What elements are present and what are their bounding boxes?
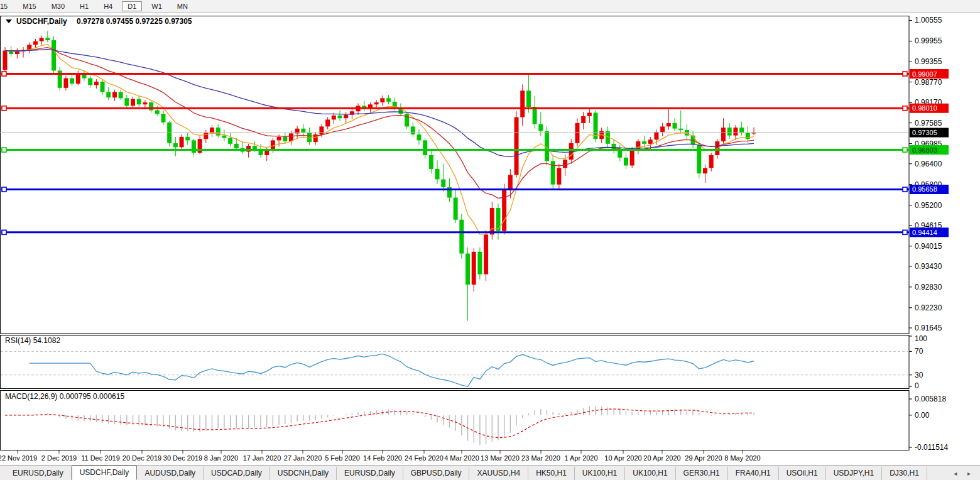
chart-canvas[interactable]: 1.005550.999550.993550.987700.981700.975… (0, 13, 980, 465)
tab-fra40-h1[interactable]: FRA40,H1 (728, 467, 779, 480)
tab-usdcnh-daily[interactable]: USDCNH,Daily (270, 467, 337, 480)
tab-usoil-h1[interactable]: USOil,H1 (779, 467, 826, 480)
date-axis-label: 23 Mar 2020 (521, 454, 560, 462)
price-scale[interactable]: 1.005550.999550.993550.987700.981700.975… (909, 16, 949, 332)
date-axis-label: 14 Feb 2020 (363, 454, 402, 462)
tab-scroll-arrows-icon[interactable]: ◂ ▸ (954, 470, 975, 477)
price-tick-label: 0.99955 (915, 36, 942, 45)
rsi-indicator-label: RSI(14) 54.1082 (5, 336, 60, 345)
time-axis[interactable]: 22 Nov 20192 Dec 201911 Dec 201920 Dec 2… (0, 450, 761, 462)
tab-uk100-h1[interactable]: UK100,H1 (625, 467, 675, 480)
svg-text:0.95658: 0.95658 (912, 185, 937, 193)
tab-usdcad-daily[interactable]: USDCAD,Daily (204, 467, 270, 480)
period-button-d1[interactable]: D1 (122, 1, 142, 11)
rsi-scale-label: 0 (915, 381, 919, 390)
date-axis-label: 17 Jan 2020 (243, 454, 281, 462)
date-axis-label: 1 Apr 2020 (564, 454, 597, 462)
timeframe-toolbar: 15M15M30H1H4D1W1MN (0, 0, 980, 13)
macd-indicator-label: MACD(12,26,9) 0.000795 0.000615 (5, 392, 124, 401)
macd-panel[interactable] (1, 391, 910, 450)
svg-text:0.94414: 0.94414 (912, 229, 937, 236)
date-axis-label: 8 May 2020 (724, 454, 760, 462)
date-axis-label: 8 Jan 2020 (204, 454, 238, 462)
date-axis-label: 27 Jan 2020 (284, 454, 322, 462)
tab-audusd-daily[interactable]: AUDUSD,Daily (137, 467, 204, 480)
tab-usdjpy-h1[interactable]: USDJPY,H1 (826, 467, 882, 480)
tab-dj30-h1[interactable]: DJ30,H1 (882, 467, 927, 480)
date-axis-label: 2 Dec 2019 (41, 454, 77, 462)
price-tick-label: 1.00555 (915, 16, 942, 25)
price-tick-label: 0.98770 (915, 78, 942, 87)
chart-tabs-bar: EURUSD,DailyUSDCHF,DailyAUDUSD,DailyUSDC… (0, 465, 980, 480)
rsi-panel[interactable] (1, 335, 910, 389)
tab-uk100-h1[interactable]: UK100,H1 (575, 467, 625, 480)
rsi-scale-label: 30 (915, 371, 923, 379)
svg-text:0.96803: 0.96803 (912, 146, 937, 154)
date-axis-label: 11 Dec 2019 (81, 454, 120, 462)
tab-eurusd-daily[interactable]: EURUSD,Daily (337, 467, 403, 480)
date-axis-label: 13 Mar 2020 (481, 454, 520, 462)
price-tick-label: 0.99355 (915, 57, 942, 66)
price-tick-label: 0.92830 (915, 283, 942, 292)
svg-text:0.98010: 0.98010 (912, 104, 937, 112)
price-tick-label: 0.95200 (915, 201, 942, 210)
date-axis-label: 29 Apr 2020 (685, 454, 722, 462)
date-axis-label: 4 Mar 2020 (444, 454, 479, 462)
rsi-scale-label: 70 (915, 347, 923, 356)
macd-scale-label: 0.005818 (915, 395, 946, 403)
period-button-h4[interactable]: H4 (98, 1, 118, 11)
period-button-m15[interactable]: M15 (17, 1, 41, 11)
chart-symbol-title: USDCHF,Daily (16, 17, 67, 26)
chart-quote-ohlc: 0.97278 0.97455 0.97225 0.97305 (77, 17, 192, 26)
svg-text:0.99007: 0.99007 (912, 70, 937, 78)
date-axis-label: 20 Apr 2020 (643, 454, 680, 462)
tab-xauusd-h4[interactable]: XAUUSD,H4 (469, 467, 528, 480)
price-tick-label: 0.96400 (915, 160, 942, 168)
date-axis-label: 20 Dec 2019 (122, 454, 161, 462)
date-axis-label: 5 Feb 2020 (325, 454, 360, 462)
main-chart-panel[interactable] (1, 16, 910, 334)
tab-eurusd-daily[interactable]: EURUSD,Daily (5, 467, 72, 480)
price-tick-label: 0.97585 (915, 119, 942, 128)
date-axis-label: 30 Dec 2019 (163, 454, 202, 462)
period-button-w1[interactable]: W1 (146, 1, 168, 11)
tab-ger30-h1[interactable]: GER30,H1 (676, 467, 728, 480)
price-tick-label: 0.91645 (915, 324, 942, 332)
period-button-m30[interactable]: M30 (46, 1, 70, 11)
date-axis-label: 22 Nov 2019 (0, 454, 37, 462)
svg-text:0.97305: 0.97305 (912, 129, 937, 136)
price-tick-label: 0.94015 (915, 242, 942, 251)
macd-scale-label: 0.00 (915, 411, 930, 420)
price-tick-label: 0.92230 (915, 303, 942, 312)
tab-gbpusd-daily[interactable]: GBPUSD,Daily (403, 467, 470, 480)
date-axis-label: 10 Apr 2020 (604, 454, 641, 462)
chart-window[interactable]: 1.005550.999550.993550.987700.981700.975… (0, 13, 980, 465)
period-button-mn[interactable]: MN (172, 1, 193, 11)
date-axis-label: 24 Feb 2020 (405, 454, 444, 462)
period-button-15[interactable]: 15 (0, 1, 13, 11)
tab-usdchf-daily[interactable]: USDCHF,Daily (72, 466, 138, 480)
tab-hk50-h1[interactable]: HK50,H1 (528, 467, 575, 480)
period-button-h1[interactable]: H1 (74, 1, 94, 11)
price-tick-label: 0.93430 (915, 262, 942, 271)
rsi-scale-label: 100 (915, 334, 927, 343)
macd-scale-label: -0.011514 (915, 443, 948, 452)
